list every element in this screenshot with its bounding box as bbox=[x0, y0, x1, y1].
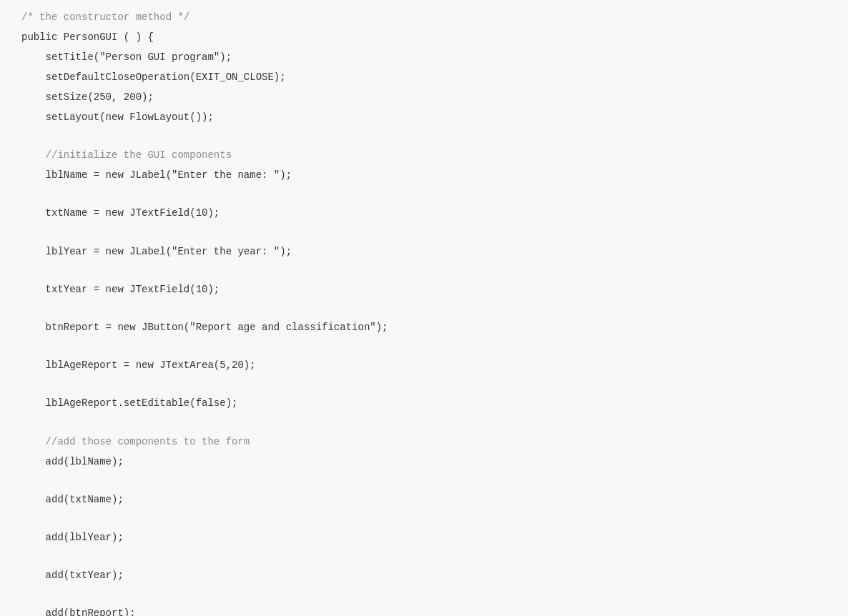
empty-line-12 bbox=[21, 585, 827, 603]
empty-line-1 bbox=[21, 127, 827, 145]
code-line-comment-add: //add those components to the form bbox=[21, 432, 827, 452]
empty-line-4 bbox=[21, 262, 827, 279]
code-line-comment-init: //initialize the GUI components bbox=[21, 145, 827, 165]
code-line-add-btnreport: add(btnReport); bbox=[21, 603, 827, 616]
code-line-settitle: setTitle("Person GUI program"); bbox=[21, 47, 827, 67]
code-line-lblyear: lblYear = new JLabel("Enter the year: ")… bbox=[21, 242, 827, 262]
empty-line-2 bbox=[21, 185, 827, 203]
code-line-txtyear: txtYear = new JTextField(10); bbox=[21, 279, 827, 299]
code-line-btnreport: btnReport = new JButton("Report age and … bbox=[21, 317, 827, 337]
empty-line-9 bbox=[21, 472, 827, 490]
code-line-setsize: setSize(250, 200); bbox=[21, 87, 827, 107]
empty-line-5 bbox=[21, 299, 827, 317]
empty-line-7 bbox=[21, 375, 827, 393]
code-line-add-txtname: add(txtName); bbox=[21, 490, 827, 510]
code-line-txtname: txtName = new JTextField(10); bbox=[21, 203, 827, 223]
empty-line-6 bbox=[21, 337, 827, 355]
code-block: /* the constructor method */ public Pers… bbox=[0, 7, 848, 616]
code-line-lblagereport: lblAgeReport = new JTextArea(5,20); bbox=[21, 355, 827, 375]
code-line-setlayout: setLayout(new FlowLayout()); bbox=[21, 107, 827, 127]
code-line-add-lblyear: add(lblYear); bbox=[21, 527, 827, 547]
code-line-comment-constructor: /* the constructor method */ bbox=[21, 7, 827, 27]
code-line-seteditable: lblAgeReport.setEditable(false); bbox=[21, 393, 827, 413]
code-line-class-def: public PersonGUI ( ) { bbox=[21, 27, 827, 47]
code-line-lblname: lblName = new JLabel("Enter the name: ")… bbox=[21, 165, 827, 185]
code-line-add-txtyear: add(txtYear); bbox=[21, 565, 827, 585]
code-line-add-lblname: add(lblName); bbox=[21, 452, 827, 472]
empty-line-11 bbox=[21, 547, 827, 565]
empty-line-8 bbox=[21, 413, 827, 431]
code-container: /* the constructor method */ public Pers… bbox=[0, 0, 848, 616]
code-line-setdefaultclose: setDefaultCloseOperation(EXIT_ON_CLOSE); bbox=[21, 67, 827, 87]
empty-line-10 bbox=[21, 510, 827, 527]
empty-line-3 bbox=[21, 223, 827, 241]
